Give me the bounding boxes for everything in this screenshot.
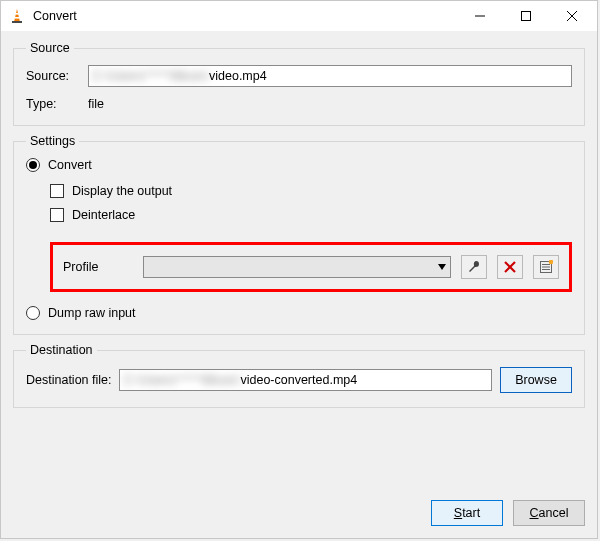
checkbox-icon (50, 208, 64, 222)
title-bar: Convert (1, 1, 597, 31)
source-row: Source: C:\Users\*****\Music\ video.mp4 (26, 65, 572, 87)
profile-row: Profile (50, 242, 572, 292)
type-label: Type: (26, 97, 80, 111)
destination-label: Destination file: (26, 373, 111, 387)
radio-icon (26, 306, 40, 320)
convert-radio-label: Convert (48, 158, 92, 172)
type-row: Type: file (26, 97, 572, 111)
display-output-label: Display the output (72, 184, 172, 198)
deinterlace-check[interactable]: Deinterlace (50, 208, 572, 222)
convert-window: Convert Source Source: C:\Users\*****\Mu… (0, 0, 598, 539)
profile-combo[interactable] (143, 256, 451, 278)
svg-rect-1 (15, 13, 19, 15)
source-input[interactable]: C:\Users\*****\Music\ video.mp4 (88, 65, 572, 87)
browse-button[interactable]: Browse (500, 367, 572, 393)
type-value: file (88, 97, 104, 111)
destination-path-tail: video-converted.mp4 (240, 373, 357, 387)
deinterlace-label: Deinterlace (72, 208, 135, 222)
destination-path-prefix: C:\Users\*****\Music\ (124, 373, 240, 387)
svg-rect-3 (12, 21, 22, 23)
maximize-button[interactable] (503, 2, 549, 31)
minimize-button[interactable] (457, 2, 503, 31)
cancel-button[interactable]: Cancel (513, 500, 585, 526)
dialog-footer: Start Cancel (1, 490, 597, 538)
x-icon (504, 261, 516, 273)
profile-label: Profile (63, 260, 133, 274)
destination-row: Destination file: C:\Users\*****\Music\ … (26, 367, 572, 393)
settings-legend: Settings (26, 134, 79, 148)
convert-options: Display the output Deinterlace Profile (50, 184, 572, 292)
convert-radio-row[interactable]: Convert (26, 158, 572, 172)
source-legend: Source (26, 41, 74, 55)
delete-profile-button[interactable] (497, 255, 523, 279)
edit-profile-button[interactable] (461, 255, 487, 279)
source-label: Source: (26, 69, 80, 83)
checkbox-icon (50, 184, 64, 198)
window-controls (457, 2, 595, 31)
svg-marker-0 (14, 9, 20, 22)
cancel-label: Cancel (530, 506, 569, 520)
window-title: Convert (33, 9, 457, 23)
svg-marker-8 (438, 264, 446, 270)
destination-group: Destination Destination file: C:\Users\*… (13, 343, 585, 408)
start-label: Start (454, 506, 480, 520)
close-button[interactable] (549, 2, 595, 31)
client-area: Source Source: C:\Users\*****\Music\ vid… (1, 31, 597, 490)
svg-point-15 (549, 260, 553, 264)
browse-label: Browse (515, 373, 557, 387)
source-path-tail: video.mp4 (209, 69, 267, 83)
vlc-cone-icon (9, 8, 25, 24)
source-group: Source Source: C:\Users\*****\Music\ vid… (13, 41, 585, 126)
start-button[interactable]: Start (431, 500, 503, 526)
new-profile-button[interactable] (533, 255, 559, 279)
list-new-icon (539, 260, 553, 274)
destination-input[interactable]: C:\Users\*****\Music\ video-converted.mp… (119, 369, 492, 391)
settings-group: Settings Convert Display the output Dein… (13, 134, 585, 335)
dump-radio-label: Dump raw input (48, 306, 136, 320)
svg-rect-2 (14, 17, 20, 19)
display-output-check[interactable]: Display the output (50, 184, 572, 198)
wrench-icon (467, 260, 481, 274)
radio-icon (26, 158, 40, 172)
dump-radio-row[interactable]: Dump raw input (26, 306, 572, 320)
destination-legend: Destination (26, 343, 97, 357)
svg-rect-5 (522, 12, 531, 21)
source-path-prefix: C:\Users\*****\Music\ (93, 69, 209, 83)
chevron-down-icon (438, 264, 446, 270)
